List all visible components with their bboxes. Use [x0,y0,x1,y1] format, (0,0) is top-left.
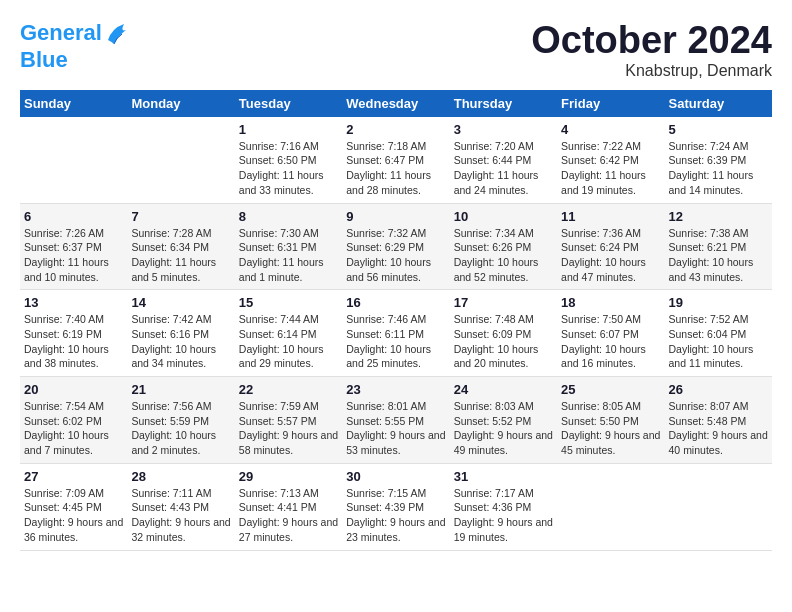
calendar-cell: 1Sunrise: 7:16 AMSunset: 6:50 PMDaylight… [235,117,342,203]
calendar-cell: 3Sunrise: 7:20 AMSunset: 6:44 PMDaylight… [450,117,557,203]
day-info: Sunrise: 8:07 AMSunset: 5:48 PMDaylight:… [669,399,768,458]
calendar-cell: 13Sunrise: 7:40 AMSunset: 6:19 PMDayligh… [20,290,127,377]
day-info: Sunrise: 7:09 AMSunset: 4:45 PMDaylight:… [24,486,123,545]
calendar-cell: 18Sunrise: 7:50 AMSunset: 6:07 PMDayligh… [557,290,664,377]
header-day-thursday: Thursday [450,90,557,117]
day-info: Sunrise: 7:30 AMSunset: 6:31 PMDaylight:… [239,226,338,285]
day-info: Sunrise: 7:11 AMSunset: 4:43 PMDaylight:… [131,486,230,545]
calendar-cell: 26Sunrise: 8:07 AMSunset: 5:48 PMDayligh… [665,377,772,464]
day-info: Sunrise: 7:20 AMSunset: 6:44 PMDaylight:… [454,139,553,198]
day-info: Sunrise: 7:18 AMSunset: 6:47 PMDaylight:… [346,139,445,198]
calendar-cell: 17Sunrise: 7:48 AMSunset: 6:09 PMDayligh… [450,290,557,377]
header-day-wednesday: Wednesday [342,90,449,117]
day-number: 23 [346,382,445,397]
calendar-cell: 4Sunrise: 7:22 AMSunset: 6:42 PMDaylight… [557,117,664,203]
day-info: Sunrise: 7:15 AMSunset: 4:39 PMDaylight:… [346,486,445,545]
logo-blue: Blue [20,48,132,72]
header-day-friday: Friday [557,90,664,117]
day-info: Sunrise: 8:05 AMSunset: 5:50 PMDaylight:… [561,399,660,458]
day-info: Sunrise: 7:17 AMSunset: 4:36 PMDaylight:… [454,486,553,545]
calendar-cell: 15Sunrise: 7:44 AMSunset: 6:14 PMDayligh… [235,290,342,377]
day-number: 13 [24,295,123,310]
calendar-cell: 2Sunrise: 7:18 AMSunset: 6:47 PMDaylight… [342,117,449,203]
calendar-cell: 25Sunrise: 8:05 AMSunset: 5:50 PMDayligh… [557,377,664,464]
day-info: Sunrise: 7:56 AMSunset: 5:59 PMDaylight:… [131,399,230,458]
calendar-cell [665,463,772,550]
day-number: 31 [454,469,553,484]
calendar-cell: 10Sunrise: 7:34 AMSunset: 6:26 PMDayligh… [450,203,557,290]
calendar-cell [127,117,234,203]
day-info: Sunrise: 7:32 AMSunset: 6:29 PMDaylight:… [346,226,445,285]
calendar-cell: 30Sunrise: 7:15 AMSunset: 4:39 PMDayligh… [342,463,449,550]
calendar-cell: 9Sunrise: 7:32 AMSunset: 6:29 PMDaylight… [342,203,449,290]
day-number: 29 [239,469,338,484]
day-number: 12 [669,209,768,224]
calendar-cell: 11Sunrise: 7:36 AMSunset: 6:24 PMDayligh… [557,203,664,290]
header-day-sunday: Sunday [20,90,127,117]
month-year-title: October 2024 [531,20,772,62]
calendar-cell: 8Sunrise: 7:30 AMSunset: 6:31 PMDaylight… [235,203,342,290]
logo-bird-icon [104,20,132,48]
day-info: Sunrise: 7:59 AMSunset: 5:57 PMDaylight:… [239,399,338,458]
day-number: 21 [131,382,230,397]
calendar-cell: 16Sunrise: 7:46 AMSunset: 6:11 PMDayligh… [342,290,449,377]
calendar-cell [557,463,664,550]
calendar-header-row: SundayMondayTuesdayWednesdayThursdayFrid… [20,90,772,117]
calendar-cell: 20Sunrise: 7:54 AMSunset: 6:02 PMDayligh… [20,377,127,464]
day-number: 25 [561,382,660,397]
day-info: Sunrise: 7:36 AMSunset: 6:24 PMDaylight:… [561,226,660,285]
day-info: Sunrise: 7:13 AMSunset: 4:41 PMDaylight:… [239,486,338,545]
calendar-cell: 6Sunrise: 7:26 AMSunset: 6:37 PMDaylight… [20,203,127,290]
calendar-week-row: 20Sunrise: 7:54 AMSunset: 6:02 PMDayligh… [20,377,772,464]
calendar-cell: 5Sunrise: 7:24 AMSunset: 6:39 PMDaylight… [665,117,772,203]
day-info: Sunrise: 7:26 AMSunset: 6:37 PMDaylight:… [24,226,123,285]
location-subtitle: Knabstrup, Denmark [531,62,772,80]
day-number: 1 [239,122,338,137]
day-number: 28 [131,469,230,484]
day-info: Sunrise: 7:40 AMSunset: 6:19 PMDaylight:… [24,312,123,371]
calendar-cell: 12Sunrise: 7:38 AMSunset: 6:21 PMDayligh… [665,203,772,290]
day-number: 15 [239,295,338,310]
calendar-cell: 14Sunrise: 7:42 AMSunset: 6:16 PMDayligh… [127,290,234,377]
day-info: Sunrise: 7:34 AMSunset: 6:26 PMDaylight:… [454,226,553,285]
calendar-week-row: 13Sunrise: 7:40 AMSunset: 6:19 PMDayligh… [20,290,772,377]
title-block: October 2024 Knabstrup, Denmark [531,20,772,80]
logo-general: General [20,20,102,45]
logo: General Blue [20,20,132,72]
day-number: 20 [24,382,123,397]
day-number: 17 [454,295,553,310]
day-number: 22 [239,382,338,397]
day-number: 19 [669,295,768,310]
header-day-tuesday: Tuesday [235,90,342,117]
logo-text: General [20,20,132,48]
day-number: 30 [346,469,445,484]
calendar-cell: 28Sunrise: 7:11 AMSunset: 4:43 PMDayligh… [127,463,234,550]
calendar-cell: 22Sunrise: 7:59 AMSunset: 5:57 PMDayligh… [235,377,342,464]
day-info: Sunrise: 7:44 AMSunset: 6:14 PMDaylight:… [239,312,338,371]
day-number: 26 [669,382,768,397]
day-number: 7 [131,209,230,224]
day-number: 27 [24,469,123,484]
calendar-cell: 23Sunrise: 8:01 AMSunset: 5:55 PMDayligh… [342,377,449,464]
calendar-table: SundayMondayTuesdayWednesdayThursdayFrid… [20,90,772,551]
day-number: 6 [24,209,123,224]
calendar-cell: 19Sunrise: 7:52 AMSunset: 6:04 PMDayligh… [665,290,772,377]
day-info: Sunrise: 7:28 AMSunset: 6:34 PMDaylight:… [131,226,230,285]
day-info: Sunrise: 7:24 AMSunset: 6:39 PMDaylight:… [669,139,768,198]
day-number: 3 [454,122,553,137]
day-number: 11 [561,209,660,224]
day-number: 9 [346,209,445,224]
day-info: Sunrise: 7:42 AMSunset: 6:16 PMDaylight:… [131,312,230,371]
page-header: General Blue October 2024 Knabstrup, Den… [20,20,772,80]
day-number: 5 [669,122,768,137]
day-info: Sunrise: 7:38 AMSunset: 6:21 PMDaylight:… [669,226,768,285]
day-number: 8 [239,209,338,224]
day-number: 14 [131,295,230,310]
day-info: Sunrise: 7:50 AMSunset: 6:07 PMDaylight:… [561,312,660,371]
header-day-monday: Monday [127,90,234,117]
day-info: Sunrise: 7:46 AMSunset: 6:11 PMDaylight:… [346,312,445,371]
day-info: Sunrise: 7:22 AMSunset: 6:42 PMDaylight:… [561,139,660,198]
day-number: 16 [346,295,445,310]
day-number: 2 [346,122,445,137]
calendar-week-row: 6Sunrise: 7:26 AMSunset: 6:37 PMDaylight… [20,203,772,290]
